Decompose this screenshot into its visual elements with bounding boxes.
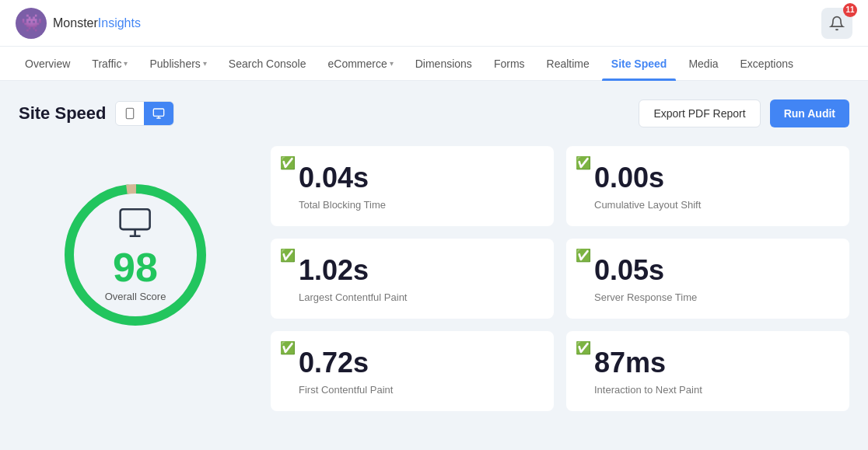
notification-button[interactable]: 11 (821, 8, 852, 39)
metric-card-server-response-time: ✅ 0.05s Server Response Time (566, 239, 849, 319)
metric-value: 0.05s (594, 254, 831, 287)
notification-badge: 11 (843, 3, 857, 17)
nav-item-traffic[interactable]: Traffic ▾ (82, 47, 137, 81)
metric-card-largest-contentful-paint: ✅ 1.02s Largest Contentful Paint (271, 239, 554, 319)
header-right: 11 (821, 8, 852, 39)
svg-rect-7 (121, 209, 150, 229)
nav-item-ecommerce[interactable]: eCommerce ▾ (318, 47, 402, 81)
logo-icon: 👾 (16, 8, 47, 39)
score-circle: 98 Overall Score (58, 177, 213, 333)
metric-card-first-contentful-paint: ✅ 0.72s First Contentful Paint (271, 331, 554, 411)
metric-label: First Contentful Paint (299, 384, 535, 396)
metric-value: 0.00s (594, 162, 831, 194)
metric-label: Largest Contentful Paint (299, 291, 535, 303)
nav-item-media[interactable]: Media (679, 47, 727, 81)
page-title-row: Site Speed (19, 99, 849, 127)
content-area: 98 Overall Score ✅ 0.04s Total Blocking … (19, 146, 849, 411)
score-section: 98 Overall Score (19, 146, 252, 364)
metric-label: Server Response Time (594, 291, 831, 303)
chevron-down-icon: ▾ (124, 59, 128, 68)
nav-item-exceptions[interactable]: Exceptions (731, 47, 803, 81)
score-inner: 98 Overall Score (105, 208, 166, 302)
metric-value: 1.02s (299, 254, 535, 287)
desktop-icon (152, 107, 166, 120)
mobile-view-button[interactable] (116, 102, 144, 125)
metric-check-icon: ✅ (280, 155, 296, 170)
metric-label: Cumulative Layout Shift (594, 199, 831, 211)
nav-item-forms[interactable]: Forms (485, 47, 534, 81)
mobile-icon (124, 106, 136, 120)
page-title-right: Export PDF Report Run Audit (639, 99, 849, 127)
metric-value: 0.04s (299, 162, 535, 194)
logo-insights: Insights (98, 16, 141, 30)
nav-item-overview[interactable]: Overview (16, 47, 79, 81)
nav-item-realtime[interactable]: Realtime (537, 47, 599, 81)
metric-check-icon: ✅ (576, 340, 591, 355)
logo-monster: Monster (53, 16, 98, 30)
metric-card-interaction-to-next-paint: ✅ 87ms Interaction to Next Paint (566, 331, 849, 411)
nav: Overview Traffic ▾ Publishers ▾ Search C… (0, 47, 868, 81)
logo: 👾 MonsterInsights (16, 8, 141, 39)
svg-rect-2 (127, 108, 134, 118)
svg-text:👾: 👾 (21, 12, 43, 33)
main-content: Site Speed (0, 81, 868, 430)
nav-item-search-console[interactable]: Search Console (219, 47, 316, 81)
device-toggles (115, 101, 174, 126)
metric-check-icon: ✅ (280, 340, 296, 355)
nav-item-publishers[interactable]: Publishers ▾ (140, 47, 215, 81)
nav-item-dimensions[interactable]: Dimensions (406, 47, 481, 81)
monitor-icon (105, 208, 166, 242)
score-label: Overall Score (105, 291, 166, 302)
svg-rect-4 (154, 109, 164, 116)
run-audit-button[interactable]: Run Audit (770, 99, 849, 127)
export-pdf-button[interactable]: Export PDF Report (639, 99, 760, 127)
header: 👾 MonsterInsights 11 (0, 0, 868, 47)
bell-icon (829, 16, 845, 31)
metric-label: Total Blocking Time (299, 199, 535, 211)
metrics-grid: ✅ 0.04s Total Blocking Time ✅ 0.00s Cumu… (271, 146, 849, 411)
page-title: Site Speed (19, 103, 106, 124)
logo-text: MonsterInsights (53, 16, 141, 30)
page-title-left: Site Speed (19, 101, 174, 126)
metric-value: 87ms (594, 347, 831, 379)
chevron-down-icon: ▾ (390, 59, 394, 68)
metric-card-cumulative-layout-shift: ✅ 0.00s Cumulative Layout Shift (566, 146, 849, 226)
metric-check-icon: ✅ (280, 248, 296, 263)
metric-value: 0.72s (299, 347, 535, 379)
chevron-down-icon: ▾ (203, 59, 207, 68)
metric-label: Interaction to Next Paint (594, 384, 831, 396)
score-value: 98 (105, 247, 166, 288)
metric-check-icon: ✅ (576, 248, 591, 263)
metric-card-total-blocking-time: ✅ 0.04s Total Blocking Time (271, 146, 554, 226)
metric-check-icon: ✅ (576, 155, 591, 170)
nav-item-site-speed[interactable]: Site Speed (602, 47, 677, 81)
desktop-view-button[interactable] (144, 102, 173, 125)
